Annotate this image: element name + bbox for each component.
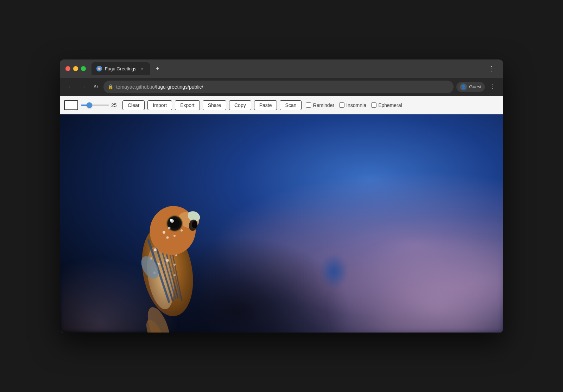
svg-point-29 (163, 231, 165, 234)
color-picker[interactable] (64, 100, 78, 110)
new-tab-icon: + (156, 65, 159, 72)
active-tab[interactable]: 🐡 Fugu Greetings × (91, 62, 150, 75)
refresh-icon: ↻ (94, 83, 98, 90)
options-icon: ⋮ (490, 83, 495, 90)
size-slider-wrap: 25 (81, 102, 120, 108)
new-tab-button[interactable]: + (153, 64, 163, 74)
ephemeral-checkbox-label[interactable]: Ephemeral (371, 102, 402, 108)
refresh-button[interactable]: ↻ (91, 82, 101, 92)
ephemeral-label: Ephemeral (378, 102, 402, 108)
forward-icon: → (80, 84, 86, 90)
scan-button[interactable]: Scan (280, 100, 302, 110)
svg-point-33 (173, 235, 176, 237)
back-icon: ← (68, 84, 73, 90)
svg-point-30 (168, 227, 171, 229)
share-button[interactable]: Share (203, 100, 226, 110)
export-button[interactable]: Export (175, 100, 200, 110)
tab-area: 🐡 Fugu Greetings × + (91, 62, 483, 75)
svg-point-31 (181, 229, 183, 232)
scene-background (60, 114, 503, 333)
reminder-checkbox[interactable] (306, 102, 311, 108)
back-button[interactable]: ← (65, 82, 75, 92)
paste-button[interactable]: Paste (254, 100, 277, 110)
copy-button[interactable]: Copy (229, 100, 251, 110)
lock-icon: 🔒 (108, 84, 113, 89)
browser-window: 🐡 Fugu Greetings × + ⋮ ← → ↻ 🔒 (60, 59, 503, 333)
insomnia-checkbox[interactable] (339, 102, 344, 108)
page-content: 25 Clear Import Export Share Copy Paste … (60, 96, 503, 333)
slider-value: 25 (111, 102, 120, 108)
traffic-lights (65, 66, 86, 71)
svg-point-27 (170, 219, 172, 221)
size-slider[interactable] (81, 105, 109, 106)
tab-close-button[interactable]: × (139, 66, 145, 71)
user-account-button[interactable]: 👤 Guest (456, 82, 485, 92)
close-window-button[interactable] (65, 66, 70, 71)
more-icon: ⋮ (488, 65, 495, 72)
clear-button[interactable]: Clear (122, 100, 145, 110)
blue-highlight (320, 254, 348, 289)
drawing-canvas[interactable] (60, 114, 503, 333)
forward-button[interactable]: → (78, 82, 88, 92)
insomnia-checkbox-label[interactable]: Insomnia (339, 102, 366, 108)
tab-title: Fugu Greetings (105, 66, 137, 71)
coral-left (60, 245, 193, 333)
url-display: tomayac.github.io/fugu-greetings/public/ (116, 84, 449, 90)
checkbox-group: Reminder Insomnia Ephemeral (306, 102, 402, 108)
reminder-label: Reminder (313, 102, 334, 108)
tab-favicon-icon: 🐡 (96, 66, 102, 71)
address-bar: ← → ↻ 🔒 tomayac.github.io/fugu-greetings… (60, 78, 503, 96)
user-avatar-icon: 👤 (460, 83, 467, 90)
address-input[interactable]: 🔒 tomayac.github.io/fugu-greetings/publi… (103, 81, 454, 93)
app-toolbar: 25 Clear Import Export Share Copy Paste … (60, 96, 503, 114)
insomnia-label: Insomnia (346, 102, 366, 108)
browser-menu-button[interactable]: ⋮ (486, 63, 498, 74)
url-path: /fugu-greetings/public/ (155, 84, 203, 90)
minimize-window-button[interactable] (73, 66, 78, 71)
coral-foreground (282, 202, 503, 333)
close-icon: × (141, 67, 143, 71)
reminder-checkbox-label[interactable]: Reminder (306, 102, 334, 108)
ephemeral-checkbox[interactable] (371, 102, 377, 108)
title-bar: 🐡 Fugu Greetings × + ⋮ (60, 59, 503, 78)
user-label: Guest (469, 84, 481, 89)
svg-point-32 (166, 236, 169, 239)
browser-options-button[interactable]: ⋮ (488, 82, 498, 92)
url-base: tomayac.github.io (116, 84, 155, 90)
import-button[interactable]: Import (147, 100, 172, 110)
maximize-window-button[interactable] (81, 66, 86, 71)
